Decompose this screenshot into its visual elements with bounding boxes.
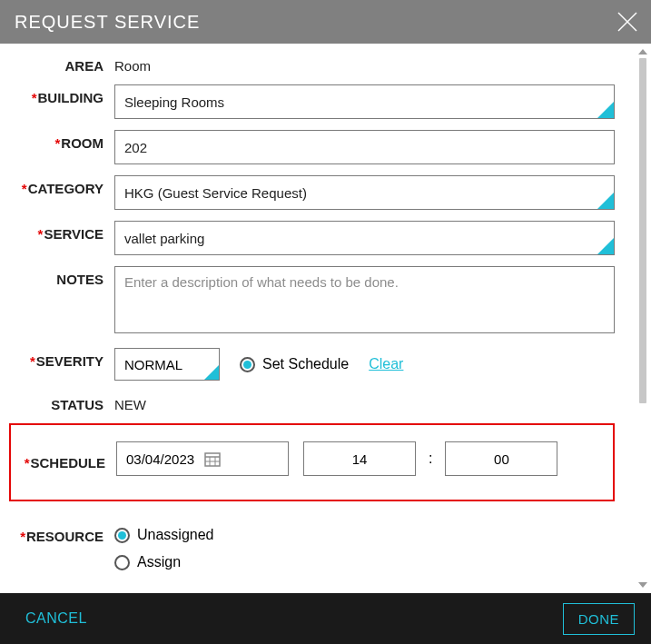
scroll-up-icon[interactable]	[638, 49, 647, 54]
building-select[interactable]: Sleeping Rooms	[114, 84, 615, 119]
schedule-hour-value: 14	[352, 451, 368, 467]
severity-select-value: NORMAL	[124, 357, 182, 372]
set-schedule-option[interactable]: Set Schedule	[240, 356, 349, 372]
category-select[interactable]: HKG (Guest Service Request)	[114, 175, 615, 210]
service-select-value: vallet parking	[124, 231, 204, 246]
label-category: CATEGORY	[9, 175, 114, 196]
notes-textarea[interactable]	[114, 266, 615, 333]
label-resource: RESOURCE	[9, 523, 114, 544]
close-icon[interactable]	[615, 9, 640, 35]
scrollbar[interactable]	[635, 44, 651, 593]
form: AREA Room BUILDING Sleeping Rooms ROOM 2…	[0, 44, 635, 593]
room-input[interactable]: 202	[114, 130, 615, 164]
category-select-value: HKG (Guest Service Request)	[124, 185, 307, 201]
dropdown-icon	[597, 193, 614, 209]
schedule-hour-input[interactable]: 14	[303, 441, 416, 476]
value-status: NEW	[114, 391, 146, 412]
titlebar: REQUEST SERVICE	[0, 0, 651, 44]
calendar-icon[interactable]	[203, 450, 281, 468]
radio-unassigned[interactable]	[114, 528, 130, 543]
label-severity: SEVERITY	[9, 348, 114, 369]
done-button[interactable]: DONE	[563, 603, 635, 635]
schedule-date-value: 03/04/2023	[126, 451, 203, 467]
label-building: BUILDING	[9, 84, 114, 105]
scroll-thumb[interactable]	[639, 58, 646, 403]
severity-select[interactable]: NORMAL	[114, 348, 220, 381]
service-select[interactable]: vallet parking	[114, 221, 615, 255]
label-schedule: SCHEDULE	[11, 448, 116, 471]
radio-assign[interactable]	[114, 555, 130, 570]
svg-rect-2	[205, 453, 220, 466]
resource-unassigned-label: Unassigned	[137, 527, 214, 543]
dialog-title: REQUEST SERVICE	[15, 12, 615, 33]
label-room: ROOM	[9, 130, 114, 151]
resource-assign-option[interactable]: Assign	[114, 554, 615, 570]
dialog-footer: CANCEL DONE	[0, 593, 651, 644]
resource-unassigned-option[interactable]: Unassigned	[114, 527, 615, 543]
room-input-value: 202	[124, 140, 147, 155]
clear-link[interactable]: Clear	[369, 356, 403, 372]
request-service-dialog: REQUEST SERVICE AREA Room BUILDING Sleep…	[0, 0, 651, 644]
label-service: SERVICE	[9, 221, 114, 242]
dropdown-icon	[597, 238, 614, 254]
schedule-minute-input[interactable]: 00	[445, 441, 557, 476]
schedule-highlight-box: SCHEDULE 03/04/2023 14 : 00	[9, 423, 615, 501]
radio-set-schedule[interactable]	[240, 357, 255, 372]
label-notes: NOTES	[9, 266, 114, 287]
set-schedule-label: Set Schedule	[262, 356, 349, 372]
time-separator: :	[429, 451, 432, 467]
dialog-body: AREA Room BUILDING Sleeping Rooms ROOM 2…	[0, 44, 651, 593]
schedule-date-input[interactable]: 03/04/2023	[116, 441, 289, 476]
resource-assign-label: Assign	[137, 554, 181, 570]
building-select-value: Sleeping Rooms	[124, 94, 224, 110]
label-area: AREA	[9, 53, 114, 74]
dropdown-icon	[597, 102, 614, 118]
scroll-down-icon[interactable]	[638, 582, 647, 588]
dropdown-icon	[204, 365, 219, 380]
label-status: STATUS	[9, 391, 114, 412]
schedule-minute-value: 00	[494, 451, 509, 467]
value-area: Room	[114, 53, 151, 74]
cancel-button[interactable]: CANCEL	[25, 610, 87, 627]
